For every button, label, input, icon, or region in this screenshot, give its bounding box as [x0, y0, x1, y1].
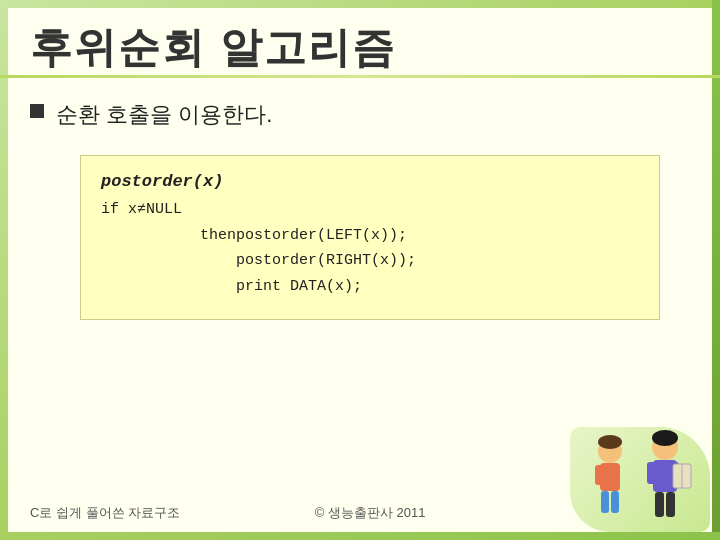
code-line1-text: if x≠NULL: [101, 197, 182, 223]
code-block: postorder(x) if x≠NULL then postorder(LE…: [80, 155, 660, 320]
top-accent-bar: [0, 0, 720, 8]
bottom-accent-bar: [0, 532, 720, 540]
left-accent-bar: [0, 0, 8, 540]
slide-title: 후위순회 알고리즘: [30, 20, 690, 76]
svg-rect-2: [595, 465, 603, 485]
bullet-text: 순환 호출을 이용한다.: [56, 100, 272, 130]
code-title: postorder(x): [101, 172, 639, 191]
svg-point-6: [598, 435, 622, 449]
code-body: if x≠NULL then postorder(LEFT(x)); posto…: [101, 197, 639, 299]
title-underline: [0, 75, 720, 78]
code-stmt2: postorder(RIGHT(x));: [236, 248, 416, 274]
code-stmt1: postorder(LEFT(x));: [236, 223, 416, 249]
code-line-1: if x≠NULL: [101, 197, 639, 223]
svg-point-13: [652, 430, 678, 446]
footer-center-text: © 생능출판사 2011: [315, 504, 426, 522]
footer-left-text: C로 쉽게 풀어쓴 자료구조: [30, 504, 180, 522]
content-area: 순환 호출을 이용한다.: [30, 100, 690, 150]
title-area: 후위순회 알고리즘: [30, 20, 690, 76]
code-keyword-col: then: [101, 223, 236, 300]
svg-rect-3: [612, 465, 620, 485]
code-then-keyword: then: [200, 227, 236, 244]
footer: C로 쉽게 풀어쓴 자료구조 © 생능출판사 2011: [30, 504, 690, 522]
code-line-2: then postorder(LEFT(x)); postorder(RIGHT…: [101, 223, 639, 300]
bullet-item: 순환 호출을 이용한다.: [30, 100, 690, 130]
bullet-icon: [30, 104, 44, 118]
code-statements: postorder(LEFT(x)); postorder(RIGHT(x));…: [236, 223, 416, 300]
right-accent-bar: [712, 0, 720, 540]
svg-rect-9: [647, 462, 656, 484]
code-stmt3: print DATA(x);: [236, 274, 416, 300]
slide-container: 후위순회 알고리즘 순환 호출을 이용한다. postorder(x) if x…: [0, 0, 720, 540]
